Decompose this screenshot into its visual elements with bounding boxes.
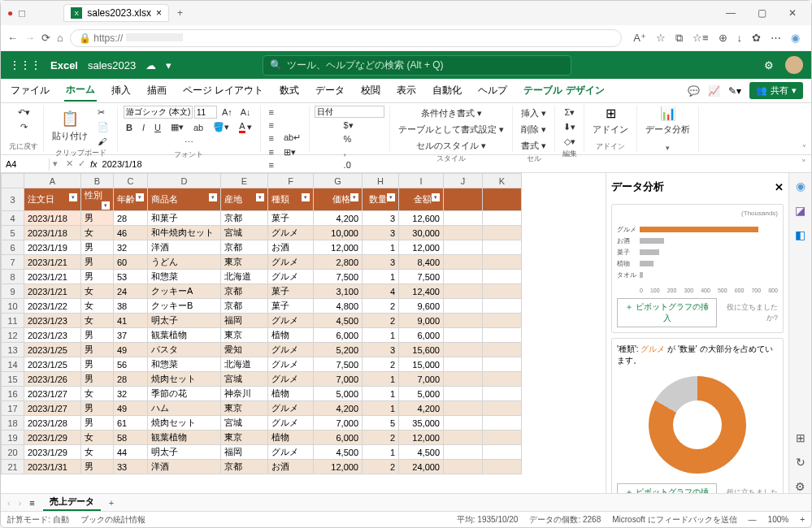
settings-icon[interactable]: ⚙ (764, 59, 774, 71)
cell[interactable]: 北海道 (221, 270, 268, 284)
comma-icon[interactable]: , (341, 145, 359, 158)
cell[interactable]: 京都 (221, 299, 268, 314)
cell[interactable]: 和牛焼肉セット (148, 226, 221, 240)
fill-color-button[interactable]: 🪣▾ (210, 119, 232, 135)
cell[interactable]: 6,000 (314, 431, 363, 445)
cut-icon[interactable]: ✂ (94, 106, 112, 119)
font-size-select[interactable] (194, 106, 217, 119)
tabs-icon[interactable]: ⧉ (675, 32, 683, 45)
cell[interactable]: 10,000 (314, 226, 363, 240)
cell[interactable]: 8,400 (399, 255, 444, 270)
row-header[interactable]: 17 (2, 401, 24, 416)
cell[interactable]: 菓子 (268, 299, 314, 314)
cell[interactable]: 3,100 (314, 284, 363, 299)
cell[interactable]: 菓子 (268, 284, 314, 299)
col-header[interactable]: D (148, 174, 221, 188)
reader-icon[interactable]: A⁺ (633, 32, 646, 45)
cell[interactable]: 明太子 (148, 445, 221, 460)
fx-icon[interactable]: fx (90, 159, 98, 169)
cell[interactable]: 植物 (268, 387, 314, 401)
align-center-icon[interactable]: ≡ (266, 158, 277, 171)
cell[interactable]: 2023/1/27 (24, 401, 81, 416)
cell[interactable]: 1 (363, 372, 399, 387)
cell[interactable]: 和惣菜 (148, 270, 221, 284)
autosum-icon[interactable]: Σ▾ (561, 106, 578, 119)
align-bot-icon[interactable]: ≡ (266, 132, 277, 145)
cell[interactable]: 6,000 (399, 328, 444, 343)
cell[interactable]: 9,000 (399, 314, 444, 328)
cell[interactable]: 1 (363, 387, 399, 401)
align-top-icon[interactable]: ≡ (266, 106, 277, 119)
font-name-select[interactable] (124, 106, 193, 119)
cell[interactable]: グルメ (268, 226, 314, 240)
cell[interactable]: 24 (114, 284, 148, 299)
cell[interactable]: 7,500 (314, 357, 363, 372)
feedback-link[interactable]: Microsoft にフィードバックを送信 (612, 514, 736, 526)
table-header-cell[interactable]: 価格▾ (314, 188, 363, 211)
row-header[interactable]: 10 (2, 299, 24, 314)
tab-table-design[interactable]: テーブル デザイン (522, 80, 606, 101)
filter-icon[interactable]: ▾ (69, 193, 77, 201)
col-header[interactable]: G (314, 174, 363, 188)
undo-button[interactable]: ↶▾ (15, 106, 33, 119)
row-header[interactable]: 6 (2, 240, 24, 255)
table-header-cell[interactable]: 商品名▾ (148, 188, 221, 211)
cell[interactable]: グルメ (268, 255, 314, 270)
tab-view[interactable]: 表示 (395, 80, 418, 101)
cell[interactable]: 男 (81, 401, 114, 416)
filter-icon[interactable]: ▾ (432, 193, 440, 201)
cell[interactable]: 4,500 (399, 445, 444, 460)
row-header[interactable]: 21 (2, 460, 24, 474)
cell[interactable]: 植物 (268, 328, 314, 343)
row-header[interactable]: 3 (2, 188, 24, 211)
cell[interactable]: 1 (363, 445, 399, 460)
cell[interactable]: 4,200 (314, 211, 363, 226)
tab-review[interactable]: 校閲 (359, 80, 382, 101)
cell[interactable]: 4,500 (314, 445, 363, 460)
maximize-icon[interactable]: ▢ (749, 7, 774, 19)
analysis-button[interactable]: データ分析 (642, 122, 693, 137)
cell[interactable]: 男 (81, 343, 114, 357)
cell[interactable]: 61 (114, 416, 148, 431)
row-header[interactable]: 12 (2, 328, 24, 343)
copy-icon[interactable]: 📄 (94, 120, 112, 134)
cell[interactable]: 32 (114, 240, 148, 255)
worksheet[interactable]: ABCDEFGHIJK3注文日▾性別▾年齢▾商品名▾産地▾種類▾価格▾数量▾金額… (1, 173, 606, 493)
browser-tab[interactable]: X sales2023.xlsx × (63, 4, 169, 22)
select-all-cell[interactable] (2, 174, 24, 188)
enter-icon[interactable]: ✓ (78, 158, 85, 169)
filter-icon[interactable]: ▾ (302, 193, 310, 201)
cell[interactable]: 4,500 (314, 314, 363, 328)
cell[interactable]: 女 (81, 445, 114, 460)
tab-insert[interactable]: 挿入 (110, 80, 132, 101)
addins-button[interactable]: アドイン (589, 122, 632, 137)
table-header-cell[interactable]: 種類▾ (268, 188, 314, 211)
tab-formulas[interactable]: 数式 (278, 80, 301, 101)
border-button[interactable]: ▦▾ (167, 119, 187, 135)
row-header[interactable]: 13 (2, 343, 24, 357)
table-header-cell[interactable]: 金額▾ (399, 188, 444, 211)
refresh-icon[interactable]: ⟳ (41, 32, 50, 44)
cell[interactable]: 東京 (221, 431, 268, 445)
table-header-cell[interactable]: 年齢▾ (114, 188, 148, 211)
cell[interactable]: 38 (114, 299, 148, 314)
format-cells-button[interactable]: 書式 ▾ (518, 138, 549, 154)
cell[interactable]: 2023/1/27 (24, 387, 81, 401)
forward-icon[interactable]: → (24, 32, 35, 44)
zoom-in-icon[interactable]: + (800, 515, 805, 524)
underline-button[interactable]: U (151, 119, 164, 135)
extensions-icon[interactable]: ✿ (752, 32, 761, 45)
expand-formula-icon[interactable]: ˅ (797, 158, 811, 169)
cell[interactable]: 観葉植物 (148, 328, 221, 343)
cell[interactable]: 2023/1/25 (24, 343, 81, 357)
col-header[interactable]: J (444, 174, 483, 188)
row-header[interactable]: 14 (2, 357, 24, 372)
merge-button[interactable]: ⊞▾ (280, 145, 304, 159)
cell[interactable]: 観葉植物 (148, 431, 221, 445)
inc-dec-icon[interactable]: .0 (341, 158, 359, 171)
italic-button[interactable]: I (139, 119, 148, 135)
cell[interactable]: 4,200 (314, 401, 363, 416)
cell[interactable]: 2023/1/21 (24, 255, 81, 270)
insert-cells-button[interactable]: 挿入 ▾ (518, 106, 549, 121)
cell[interactable]: 明太子 (148, 314, 221, 328)
